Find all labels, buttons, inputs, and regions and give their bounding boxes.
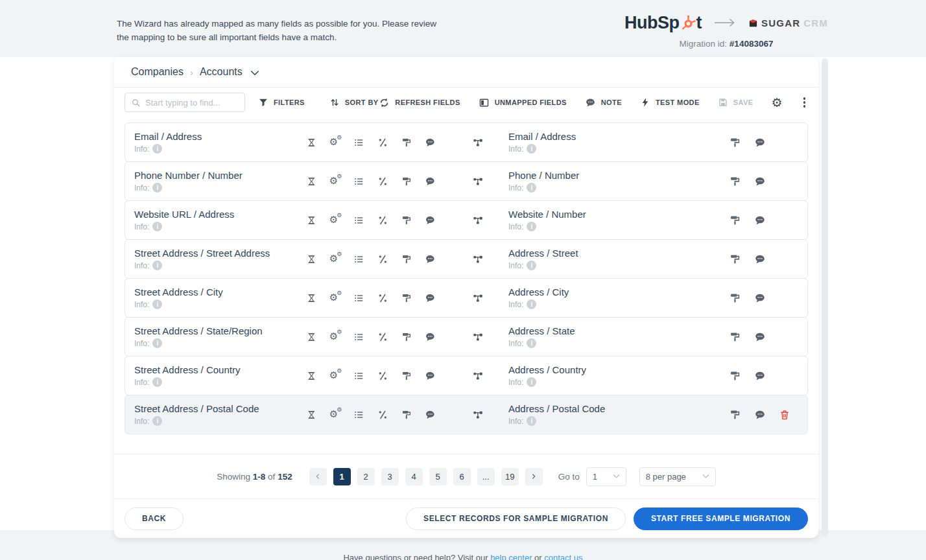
- comment-icon[interactable]: [425, 292, 436, 304]
- kebab-menu-icon[interactable]: [801, 96, 809, 109]
- paint-roller-icon[interactable]: [401, 292, 412, 304]
- comment-icon[interactable]: [754, 370, 766, 382]
- comment-icon[interactable]: [754, 253, 766, 265]
- info-icon[interactable]: [152, 416, 162, 426]
- back-button[interactable]: BACK: [125, 508, 184, 530]
- sitemap-icon[interactable]: [471, 292, 484, 304]
- settings-cogs-icon[interactable]: ⚙⚙: [330, 409, 341, 421]
- default-value-icon[interactable]: [377, 176, 388, 187]
- comment-icon[interactable]: [425, 253, 436, 265]
- scrollbar-track[interactable]: [822, 58, 828, 537]
- hourglass-icon[interactable]: [306, 215, 317, 226]
- search-box[interactable]: [125, 93, 245, 112]
- page-button[interactable]: 3: [381, 468, 399, 485]
- list-icon[interactable]: [353, 253, 364, 265]
- breadcrumb-target-module[interactable]: Accounts: [200, 66, 243, 78]
- comment-icon[interactable]: [425, 176, 436, 187]
- paint-roller-icon[interactable]: [401, 137, 412, 148]
- next-page-button[interactable]: [525, 468, 543, 485]
- list-icon[interactable]: [353, 409, 364, 421]
- page-button[interactable]: 1: [333, 468, 351, 485]
- settings-cogs-icon[interactable]: ⚙⚙: [330, 370, 341, 382]
- start-migration-button[interactable]: START FREE SAMPLE MIGRATION: [634, 508, 808, 530]
- comment-icon[interactable]: [754, 409, 766, 421]
- default-value-icon[interactable]: [377, 409, 388, 421]
- sitemap-icon[interactable]: [471, 409, 484, 421]
- refresh-fields-button[interactable]: REFRESH FIELDS: [379, 97, 460, 108]
- info-icon[interactable]: [152, 222, 162, 231]
- settings-cogs-icon[interactable]: ⚙⚙: [330, 215, 341, 226]
- hourglass-icon[interactable]: [306, 253, 317, 265]
- page-ellipsis-button[interactable]: ...: [477, 468, 495, 485]
- list-icon[interactable]: [353, 215, 364, 226]
- paint-roller-icon[interactable]: [401, 331, 412, 343]
- page-button[interactable]: 4: [405, 468, 423, 485]
- prev-page-button[interactable]: [309, 468, 327, 485]
- comment-icon[interactable]: [754, 215, 766, 226]
- settings-cogs-icon[interactable]: ⚙⚙: [330, 253, 341, 265]
- page-button[interactable]: 6: [453, 468, 471, 485]
- list-icon[interactable]: [353, 370, 364, 382]
- list-icon[interactable]: [353, 292, 364, 304]
- settings-cogs-icon[interactable]: ⚙⚙: [330, 292, 341, 304]
- info-icon[interactable]: [527, 144, 536, 154]
- comment-icon[interactable]: [425, 409, 436, 421]
- paint-roller-icon[interactable]: [401, 253, 412, 265]
- paint-roller-icon[interactable]: [730, 137, 741, 148]
- info-icon[interactable]: [152, 377, 162, 387]
- default-value-icon[interactable]: [377, 253, 388, 265]
- settings-cogs-icon[interactable]: ⚙⚙: [330, 331, 341, 343]
- comment-icon[interactable]: [425, 137, 436, 148]
- page-button[interactable]: 19: [501, 468, 519, 485]
- comment-icon[interactable]: [754, 292, 766, 304]
- info-icon[interactable]: [527, 338, 536, 348]
- comment-icon[interactable]: [754, 331, 766, 343]
- sitemap-icon[interactable]: [471, 176, 484, 187]
- filters-button[interactable]: FILTERS: [258, 97, 305, 108]
- default-value-icon[interactable]: [377, 370, 388, 382]
- list-icon[interactable]: [353, 176, 364, 187]
- sort-by-button[interactable]: SORT BY: [329, 97, 379, 108]
- select-records-button[interactable]: SELECT RECORDS FOR SAMPLE MIGRATION: [406, 508, 626, 530]
- sitemap-icon[interactable]: [471, 331, 484, 343]
- paint-roller-icon[interactable]: [730, 370, 741, 382]
- test-mode-button[interactable]: TEST MODE: [640, 97, 700, 108]
- delete-row-button[interactable]: [776, 409, 793, 421]
- sitemap-icon[interactable]: [471, 370, 484, 382]
- comment-icon[interactable]: [754, 137, 766, 148]
- info-icon[interactable]: [152, 299, 162, 309]
- paint-roller-icon[interactable]: [730, 253, 741, 265]
- page-button[interactable]: 5: [429, 468, 447, 485]
- default-value-icon[interactable]: [377, 137, 388, 148]
- paint-roller-icon[interactable]: [730, 409, 741, 421]
- sitemap-icon[interactable]: [471, 137, 484, 148]
- breadcrumb-source-module[interactable]: Companies: [131, 66, 184, 78]
- paint-roller-icon[interactable]: [401, 176, 412, 187]
- default-value-icon[interactable]: [377, 215, 388, 226]
- sitemap-icon[interactable]: [471, 215, 484, 226]
- settings-cogs-icon[interactable]: ⚙⚙: [330, 176, 341, 187]
- contact-us-link[interactable]: contact us: [544, 553, 582, 560]
- page-size-select[interactable]: 8 per page: [639, 467, 716, 486]
- unmapped-fields-button[interactable]: UNMAPPED FIELDS: [479, 97, 567, 108]
- list-icon[interactable]: [353, 137, 364, 148]
- sitemap-icon[interactable]: [471, 253, 484, 265]
- paint-roller-icon[interactable]: [401, 409, 412, 421]
- note-button[interactable]: NOTE: [585, 97, 622, 108]
- info-icon[interactable]: [527, 377, 536, 387]
- default-value-icon[interactable]: [377, 292, 388, 304]
- info-icon[interactable]: [527, 416, 536, 426]
- help-center-link[interactable]: help center: [490, 553, 532, 560]
- hourglass-icon[interactable]: [306, 370, 317, 382]
- settings-gear-icon[interactable]: ⚙: [771, 97, 782, 109]
- info-icon[interactable]: [152, 183, 162, 192]
- info-icon[interactable]: [527, 261, 536, 270]
- info-icon[interactable]: [527, 299, 536, 309]
- page-button[interactable]: 2: [357, 468, 375, 485]
- paint-roller-icon[interactable]: [730, 331, 741, 343]
- goto-page-select[interactable]: 1: [586, 467, 626, 486]
- hourglass-icon[interactable]: [306, 409, 317, 421]
- comment-icon[interactable]: [425, 331, 436, 343]
- info-icon[interactable]: [527, 222, 536, 231]
- info-icon[interactable]: [152, 338, 162, 348]
